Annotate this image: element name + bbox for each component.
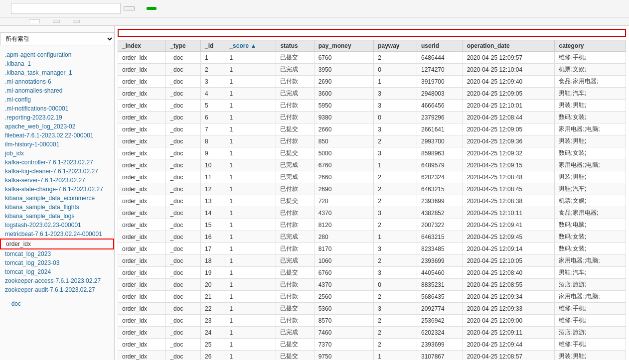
sidebar-index-item[interactable]: logstash-2023.02.23-000001: [0, 221, 114, 230]
table-column-header[interactable]: operation_date: [463, 40, 555, 52]
sidebar-index-item[interactable]: kibana_sample_data_flights: [0, 203, 114, 212]
table-cell: 2690: [314, 183, 373, 195]
table-row[interactable]: order_idx_doc161已完成280164632152020-04-25…: [118, 231, 626, 243]
table-cell: 2393699: [417, 339, 463, 351]
index-select[interactable]: 所有索引: [0, 32, 114, 45]
table-cell: 2: [374, 183, 417, 195]
table-column-header[interactable]: userid: [417, 40, 463, 52]
table-column-header[interactable]: _index: [118, 40, 166, 52]
sidebar-index-item[interactable]: .apm-agent-configuration: [0, 50, 114, 59]
server-url-input[interactable]: [11, 3, 121, 14]
connect-button[interactable]: [124, 6, 135, 10]
sidebar-index-item[interactable]: kibana_sample_data_logs: [0, 212, 114, 221]
table-row[interactable]: order_idx_doc31已付款2690139197002020-04-25…: [118, 76, 626, 88]
table-cell: _doc: [166, 147, 201, 159]
table-row[interactable]: order_idx_doc81已付款850229937002020-04-25 …: [118, 135, 626, 147]
table-cell: 22: [201, 303, 225, 315]
table-cell: order_idx: [118, 100, 166, 112]
table-row[interactable]: order_idx_doc221已提交5360320927742020-04-2…: [118, 303, 626, 315]
sidebar-index-item[interactable]: kibana_sample_data_ecommerce: [0, 194, 114, 203]
table-row[interactable]: order_idx_doc101已完成6760164895792020-04-2…: [118, 159, 626, 171]
table-cell: 维修;手机;: [555, 52, 626, 64]
table-row[interactable]: order_idx_doc71已提交2660326616412020-04-25…: [118, 123, 626, 135]
table-column-header[interactable]: pay_money: [314, 40, 373, 52]
sidebar-index-item[interactable]: order_idx: [0, 239, 114, 249]
table-row[interactable]: order_idx_doc51已付款5950346664562020-04-25…: [118, 100, 626, 112]
table-cell: _doc: [166, 255, 201, 267]
table-row[interactable]: order_idx_doc211已付款2560256864352020-04-2…: [118, 291, 626, 303]
sidebar-index-item[interactable]: tomcat_log_2024: [0, 267, 114, 276]
sidebar-index-item[interactable]: metricbeat-7.6.1-2023.02.24-000001: [0, 230, 114, 239]
table-row[interactable]: order_idx_doc111已完成2660262023242020-04-2…: [118, 171, 626, 183]
sidebar-index-item[interactable]: kafka-controller-7.6.1-2023.02.27: [0, 158, 114, 167]
sidebar-index-item[interactable]: apache_web_log_2023-02: [0, 122, 114, 131]
sidebar-index-item[interactable]: .ml-config: [0, 95, 114, 104]
sidebar-index-item[interactable]: .ml-annotations-6: [0, 77, 114, 86]
table-row[interactable]: order_idx_doc201已付款4370088352312020-04-2…: [118, 279, 626, 291]
table-cell: order_idx: [118, 159, 166, 171]
sidebar-index-item[interactable]: .kibana_1: [0, 59, 114, 68]
sidebar-index-item[interactable]: .reporting-2023.02.19: [0, 113, 114, 122]
sidebar-index-item[interactable]: job_idx: [0, 149, 114, 158]
table-row[interactable]: order_idx_doc61已付款9380023792962020-04-25…: [118, 112, 626, 123]
table-cell: 2: [374, 315, 417, 327]
sidebar-type-item[interactable]: _doc: [0, 299, 114, 308]
table-cell: 7370: [314, 339, 373, 351]
tab-overview[interactable]: [5, 19, 16, 23]
sidebar-index-item[interactable]: kafka-log-cleaner-7.6.1-2023.02.27: [0, 167, 114, 176]
sidebar-title: [0, 26, 114, 30]
table-row[interactable]: order_idx_doc11已提交6760264864442020-04-25…: [118, 52, 626, 64]
sidebar-index-item[interactable]: zookeeper-audit-7.6.1-2023.02.27: [0, 285, 114, 294]
tab-complex-query[interactable]: [61, 19, 72, 23]
sidebar-index-item[interactable]: kafka-state-change-7.6.1-2023.02.27: [0, 185, 114, 194]
table-row[interactable]: order_idx_doc41已完成3600329480032020-04-25…: [118, 88, 626, 100]
sidebar-index-item[interactable]: .ml-anomalies-shared: [0, 86, 114, 95]
tab-basic-query-plus[interactable]: [53, 20, 60, 23]
sidebar-index-item[interactable]: tomcat_log_2023: [0, 249, 114, 258]
table-row[interactable]: order_idx_doc251已提交7370223936992020-04-2…: [118, 339, 626, 351]
table-cell: 8: [201, 135, 225, 147]
table-cell: 280: [314, 231, 373, 243]
table-column-header[interactable]: category: [555, 40, 626, 52]
table-column-header[interactable]: _id: [201, 40, 225, 52]
sidebar-index-item[interactable]: tomcat_log_2023-03: [0, 258, 114, 267]
tab-complex-query-plus[interactable]: [73, 20, 80, 23]
table-row[interactable]: order_idx_doc91已提交5000385989632020-04-25…: [118, 147, 626, 159]
table-cell: 2660: [314, 123, 373, 135]
tab-data-browse[interactable]: [29, 19, 40, 23]
table-cell: 1: [225, 123, 276, 135]
table-row[interactable]: order_idx_doc121已付款2690264632152020-04-2…: [118, 183, 626, 195]
table-cell: 8835231: [417, 279, 463, 291]
sidebar-index-item[interactable]: zookeeper-access-7.6.1-2023.02.27: [0, 276, 114, 285]
sidebar-index-item[interactable]: filebeat-7.6.1-2023.02.22-000001: [0, 131, 114, 140]
sidebar-index-item[interactable]: kafka-server-7.6.1-2023.02.27: [0, 176, 114, 185]
table-row[interactable]: order_idx_doc171已付款8170382334852020-04-2…: [118, 243, 626, 255]
sidebar-index-item[interactable]: .ml-notifications-000001: [0, 104, 114, 113]
sidebar-index-item[interactable]: ilm-history-1-000001: [0, 140, 114, 149]
table-cell: 4370: [314, 279, 373, 291]
table-row[interactable]: order_idx_doc131已提交720223936992020-04-25…: [118, 195, 626, 207]
table-cell: 15: [201, 219, 225, 231]
tab-basic-query[interactable]: [41, 19, 52, 23]
table-row[interactable]: order_idx_doc191已提交6760344054602020-04-2…: [118, 267, 626, 279]
table-row[interactable]: order_idx_doc241已完成7460262023242020-04-2…: [118, 327, 626, 339]
table-row[interactable]: order_idx_doc231已付款8570225369422020-04-2…: [118, 315, 626, 327]
table-cell: 24: [201, 327, 225, 339]
table-column-header[interactable]: _score ▲: [225, 40, 276, 52]
table-cell: 已付款: [276, 207, 314, 219]
table-cell: order_idx: [118, 279, 166, 291]
data-table: _index_type_id_score ▲statuspay_moneypay…: [118, 40, 626, 360]
sidebar-index-item[interactable]: .kibana_task_manager_1: [0, 68, 114, 77]
table-row[interactable]: order_idx_doc21已完成3950012742702020-04-25…: [118, 64, 626, 76]
table-cell: 1: [374, 231, 417, 243]
table-row[interactable]: order_idx_doc151已付款8120220073222020-04-2…: [118, 219, 626, 231]
table-column-header[interactable]: status: [276, 40, 314, 52]
table-cell: 1: [225, 64, 276, 76]
table-row[interactable]: order_idx_doc141已付款4370343828522020-04-2…: [118, 207, 626, 219]
table-column-header[interactable]: _type: [166, 40, 201, 52]
table-column-header[interactable]: payway: [374, 40, 417, 52]
table-row[interactable]: order_idx_doc261已提交9750131078672020-04-2…: [118, 351, 626, 361]
tab-index[interactable]: [17, 19, 28, 23]
table-row[interactable]: order_idx_doc181已完成1060223936992020-04-2…: [118, 255, 626, 267]
table-cell: 2020-04-25 12:09:05: [463, 88, 555, 100]
